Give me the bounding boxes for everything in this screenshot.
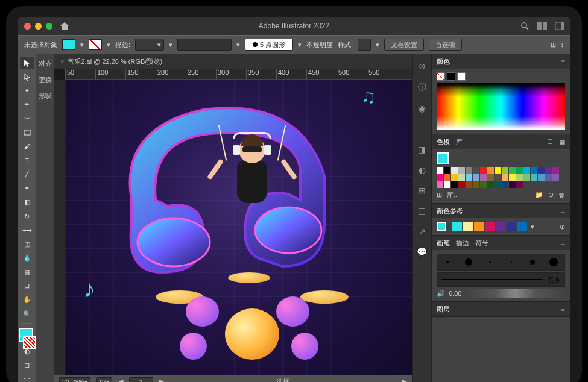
edit-toolbar-icon[interactable]: ⋯	[20, 373, 34, 382]
symbols-tab[interactable]: 符号	[475, 239, 488, 248]
libraries-tab[interactable]: 库	[456, 137, 463, 146]
swatch-cell[interactable]	[458, 167, 465, 174]
document-tab[interactable]: × 音乐2.ai @ 22.28 % (RGB/预览)	[54, 54, 412, 69]
swatch-cell[interactable]	[444, 174, 450, 181]
black-swatch[interactable]	[447, 72, 455, 81]
line-tool[interactable]: ╱	[20, 168, 34, 181]
panel-menu-icon[interactable]: ≡	[561, 305, 565, 313]
free-transform-tool[interactable]: ◫	[20, 238, 34, 251]
harmony-swatch[interactable]	[496, 222, 505, 231]
swatch-cell[interactable]	[509, 167, 516, 174]
swatch-grid[interactable]	[437, 167, 565, 188]
swatch-cell[interactable]	[552, 174, 559, 181]
swatch-cell[interactable]	[473, 167, 479, 174]
fill-stroke-swap[interactable]	[19, 326, 35, 344]
swatch-cell[interactable]	[451, 174, 458, 181]
swatch-cell[interactable]	[451, 181, 458, 188]
brush-list[interactable]	[437, 254, 565, 271]
basic-brush[interactable]: 基本	[437, 272, 565, 287]
transform-panel-icon[interactable]: ◫	[418, 206, 426, 216]
swatch-cell[interactable]	[516, 181, 523, 188]
panel-menu-icon[interactable]: ≡	[561, 207, 565, 214]
arrange-docs-icon[interactable]	[537, 22, 547, 30]
brush-options-icon[interactable]: 🔊	[437, 290, 445, 298]
swatch-cell[interactable]	[502, 181, 508, 188]
zoom-select[interactable]: 22.28% ▾	[59, 377, 90, 383]
fill-dropdown-icon[interactable]: ▾	[80, 41, 84, 49]
maximize-window-icon[interactable]	[46, 23, 52, 30]
swatch-cell[interactable]	[473, 181, 479, 188]
curvature-tool[interactable]: 〰	[20, 113, 34, 125]
swatch-cell[interactable]	[487, 174, 494, 181]
profile-dropdown-icon[interactable]: ▾	[298, 41, 302, 49]
color-panel-tab[interactable]: 颜色	[437, 57, 450, 66]
paintbrush-tool[interactable]: 🖌	[20, 140, 34, 153]
document-setup-button[interactable]: 文档设置	[384, 39, 424, 51]
graphic-style-select[interactable]	[358, 39, 371, 51]
close-window-icon[interactable]	[24, 23, 31, 30]
eraser-tool[interactable]: ◧	[20, 196, 34, 208]
gradient-tool[interactable]: ▦	[20, 266, 34, 278]
panel-menu-icon[interactable]: ≡	[561, 239, 565, 246]
type-tool[interactable]: T	[20, 154, 34, 167]
swatch-cell[interactable]	[480, 167, 487, 174]
harmony-swatch[interactable]	[485, 222, 495, 231]
hand-tool[interactable]: ✋	[20, 293, 34, 306]
swatch-cell[interactable]	[487, 167, 494, 174]
list-view-icon[interactable]: ☰	[547, 138, 553, 146]
layers-tab[interactable]: 图层	[437, 305, 450, 314]
base-color[interactable]	[437, 222, 446, 231]
close-tab-icon[interactable]: ×	[60, 58, 64, 65]
swatch-cell[interactable]	[538, 174, 545, 181]
stroke-dropdown-icon[interactable]: ▾	[107, 41, 110, 49]
shaper-tool[interactable]: ✦	[20, 182, 34, 195]
stroke-tab[interactable]: 描边	[456, 239, 469, 248]
harmony-swatch[interactable]	[463, 222, 473, 231]
harmony-dropdown-icon[interactable]: ▾	[531, 223, 534, 231]
recolor-icon[interactable]: ⊕	[560, 223, 565, 231]
swatch-cell[interactable]	[458, 181, 465, 188]
swatch-cell[interactable]	[531, 174, 537, 181]
home-icon[interactable]	[60, 22, 69, 30]
brush-dropdown-icon[interactable]: ▾	[236, 41, 240, 49]
none-swatch[interactable]	[437, 72, 445, 81]
window-controls[interactable]	[24, 23, 52, 30]
swatch-cell[interactable]	[437, 167, 443, 174]
zoom-tool[interactable]: 🔍	[20, 308, 34, 321]
swatch-cell[interactable]	[466, 167, 472, 174]
swatch-cell[interactable]	[458, 174, 465, 181]
swatch-cell[interactable]	[466, 181, 472, 188]
swatch-cell[interactable]	[502, 174, 508, 181]
white-swatch[interactable]	[457, 72, 466, 81]
swatch-cell[interactable]	[516, 174, 523, 181]
links-icon[interactable]: ↗	[419, 227, 426, 236]
swatch-cell[interactable]	[473, 174, 479, 181]
magic-wand-tool[interactable]: ✦	[20, 84, 34, 97]
delete-swatch-icon[interactable]: 🗑	[558, 192, 565, 199]
harmony-row[interactable]: ▾⊕	[437, 222, 565, 231]
swatch-cell[interactable]	[552, 167, 559, 174]
direct-selection-tool[interactable]	[20, 70, 34, 83]
width-tool[interactable]: ⟷	[20, 224, 34, 237]
artboard-prev-icon[interactable]: ◀	[118, 378, 123, 382]
gradient-panel-icon[interactable]: ◐	[419, 165, 426, 175]
new-swatch-icon[interactable]: ⊕	[548, 191, 554, 199]
panel-menu-icon[interactable]: ≡	[561, 58, 565, 65]
swatch-cell[interactable]	[531, 167, 537, 174]
stroke-color-box[interactable]	[23, 336, 36, 349]
stroke-profile-select[interactable]: 5 点圆形	[245, 39, 293, 51]
grid-view-icon[interactable]: ▦	[559, 138, 565, 146]
align-icon[interactable]: ⊞	[551, 41, 556, 49]
align-panel-icon[interactable]: ⊞	[419, 186, 426, 195]
minimize-window-icon[interactable]	[35, 23, 42, 30]
swatch-libraries-menu[interactable]: ⊞	[437, 191, 442, 199]
swatch-cell[interactable]	[538, 167, 545, 174]
artboard-tool[interactable]: ⊡	[20, 280, 34, 292]
harmony-swatch[interactable]	[452, 222, 462, 231]
stroke-dash-dropdown[interactable]: ▾	[169, 41, 172, 49]
stroke-swatch[interactable]	[89, 39, 102, 50]
swatch-cell[interactable]	[437, 174, 443, 181]
swatch-cell[interactable]	[509, 174, 516, 181]
graphic-styles-icon[interactable]: ⬚	[418, 124, 426, 134]
swatch-cell[interactable]	[495, 167, 501, 174]
